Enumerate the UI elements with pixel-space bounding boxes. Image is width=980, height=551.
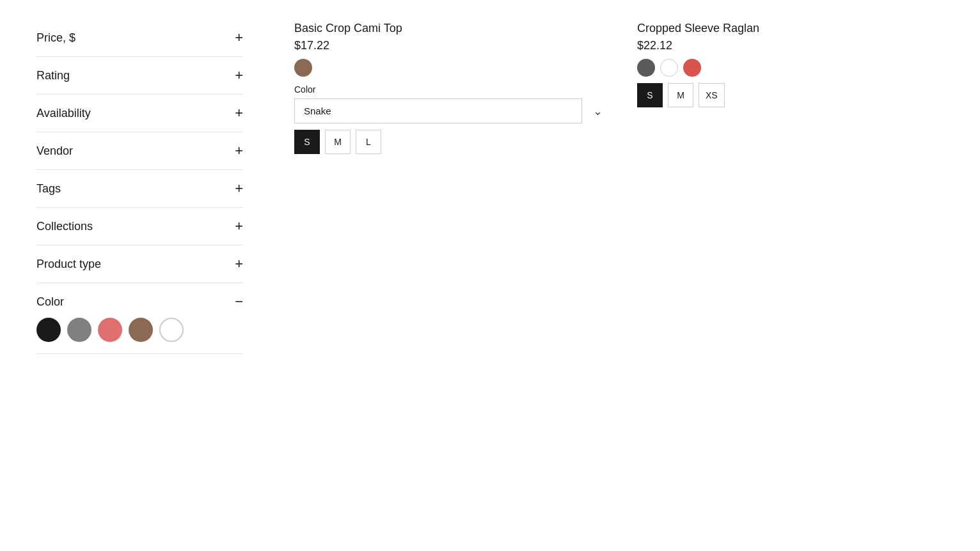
- filter-product-type-header[interactable]: Product type +: [36, 257, 243, 271]
- product-grid: IN STOCK: [269, 13, 980, 538]
- filter-collections-header[interactable]: Collections +: [36, 219, 243, 233]
- product-card-1: IN STOCK: [294, 13, 612, 538]
- filter-collections-icon: +: [235, 219, 243, 233]
- filter-rating-header[interactable]: Rating +: [36, 68, 243, 82]
- filter-collections-label: Collections: [36, 220, 93, 233]
- filter-availability-icon: +: [235, 106, 243, 120]
- filter-price-label: Price, $: [36, 31, 75, 45]
- filter-price: Price, $ +: [36, 19, 243, 57]
- filter-product-type-icon: +: [235, 257, 243, 271]
- filter-vendor-label: Vendor: [36, 144, 73, 158]
- color-label-1: Color: [294, 84, 612, 95]
- product-card-2: IN STOCK: [637, 13, 954, 538]
- product-swatch-charcoal[interactable]: [637, 59, 655, 77]
- product-price-1: $17.22: [294, 39, 612, 52]
- filter-availability: Availability +: [36, 95, 243, 132]
- color-swatches-group: [36, 318, 243, 342]
- filter-color-label: Color: [36, 295, 64, 309]
- product-swatch-snake[interactable]: [294, 59, 312, 77]
- color-select-1[interactable]: Snake Black White: [294, 98, 582, 123]
- color-section-1: Color Snake Black White ⌄: [294, 84, 612, 123]
- size-btn-m-2[interactable]: M: [668, 83, 693, 107]
- filter-rating-label: Rating: [36, 69, 70, 82]
- filter-product-type: Product type +: [36, 245, 243, 283]
- size-btn-s-1[interactable]: S: [294, 130, 320, 154]
- product-name-1: Basic Crop Cami Top: [294, 22, 612, 35]
- size-btn-s-2[interactable]: S: [637, 83, 663, 107]
- swatch-gray[interactable]: [67, 318, 91, 342]
- swatch-brown[interactable]: [129, 318, 153, 342]
- swatch-black[interactable]: [36, 318, 61, 342]
- filter-rating: Rating +: [36, 57, 243, 95]
- swatch-white[interactable]: [159, 318, 184, 342]
- filter-color-icon: −: [235, 295, 243, 309]
- filter-rating-icon: +: [235, 68, 243, 82]
- size-buttons-2: S M XS: [637, 83, 954, 107]
- chevron-down-icon-1: ⌄: [593, 104, 603, 118]
- filter-tags-header[interactable]: Tags +: [36, 182, 243, 196]
- size-btn-xs-2[interactable]: XS: [699, 83, 725, 107]
- filter-collections: Collections +: [36, 208, 243, 245]
- filter-availability-header[interactable]: Availability +: [36, 106, 243, 120]
- product-price-2: $22.12: [637, 39, 954, 52]
- product-swatch-white[interactable]: [660, 59, 678, 77]
- filter-vendor: Vendor +: [36, 132, 243, 170]
- filter-tags: Tags +: [36, 170, 243, 208]
- product-name-2: Cropped Sleeve Raglan: [637, 22, 954, 35]
- size-buttons-1: S M L: [294, 130, 612, 154]
- filter-price-icon: +: [235, 31, 243, 45]
- filter-price-header[interactable]: Price, $ +: [36, 31, 243, 45]
- product-swatch-red[interactable]: [683, 59, 701, 77]
- size-btn-m-1[interactable]: M: [325, 130, 351, 154]
- filter-tags-label: Tags: [36, 182, 61, 196]
- filter-product-type-label: Product type: [36, 258, 101, 271]
- color-select-wrapper-1: Snake Black White ⌄: [294, 98, 612, 123]
- filter-vendor-icon: +: [235, 144, 243, 158]
- product-swatches-2: [637, 59, 954, 77]
- filter-vendor-header[interactable]: Vendor +: [36, 144, 243, 158]
- sidebar-filters: Price, $ + Rating + Availability + Vendo…: [0, 13, 269, 538]
- swatch-pink[interactable]: [98, 318, 122, 342]
- filter-availability-label: Availability: [36, 107, 91, 120]
- filter-tags-icon: +: [235, 182, 243, 196]
- page-layout: Price, $ + Rating + Availability + Vendo…: [0, 0, 980, 551]
- size-btn-l-1[interactable]: L: [356, 130, 381, 154]
- filter-color: Color −: [36, 283, 243, 354]
- product-swatches-1: [294, 59, 612, 77]
- filter-color-header[interactable]: Color −: [36, 295, 243, 309]
